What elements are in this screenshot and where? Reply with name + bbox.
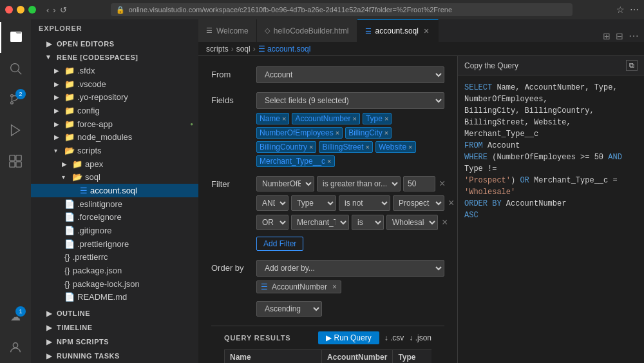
sidebar-item-gitignore[interactable]: ▶ 📄 .gitignore [31,224,198,237]
copy-query-button[interactable]: ⧉ [626,60,638,71]
remove-field-mer[interactable]: × [327,157,331,165]
order-by-select[interactable]: Add order by... [256,260,444,277]
run-query-button[interactable]: ▶ Run Query [318,331,379,344]
sidebar-item-yo[interactable]: ▶ 📁 .yo-repository [31,91,198,104]
tab-welcome[interactable]: ☰ Welcome [198,19,257,42]
window-controls[interactable] [5,6,36,14]
more-actions-icon[interactable]: ⋯ [629,30,639,42]
filter2-remove[interactable]: × [447,197,455,209]
sidebar-item-account-soql[interactable]: ▶ ☰ account.soql [31,184,198,197]
activity-salesforce[interactable]: ☁ 1 [0,301,31,332]
chevron-right-icon: ▶ [54,93,64,101]
export-json-button[interactable]: ↓ .json [409,333,431,342]
activity-run[interactable] [0,115,31,146]
query-results-section: QUERY RESULTS ▶ Run Query ↓ .csv ↓ .json… [211,326,444,363]
activity-files[interactable] [0,22,31,53]
sidebar-item-prettierignore[interactable]: ▶ 📄 .prettierignore [31,237,198,251]
file-icon: {} [64,266,70,275]
remove-field-bs[interactable]: × [366,143,370,151]
sidebar-item-package-json[interactable]: ▶ {} package.json [31,264,198,277]
activity-git[interactable]: 2 [0,84,31,115]
layout-icon[interactable]: ⊟ [616,31,623,41]
tab-close-icon[interactable]: × [422,26,430,36]
fields-select[interactable]: Select fields (9 selected) [256,92,444,109]
minimize-button[interactable] [17,6,24,14]
maximize-button[interactable] [28,6,36,14]
section-timeline[interactable]: ▶ TIMELINE [31,320,198,335]
reload[interactable]: ↺ [60,5,67,15]
remove-field-acct[interactable]: × [353,115,357,123]
chevron-icon: ▶ [46,338,57,346]
nav-forward[interactable]: › [53,5,55,15]
star-icon[interactable]: ☆ [616,5,625,15]
section-running-tasks[interactable]: ▶ RUNNING TASKS [31,349,198,363]
filter3-remove[interactable]: × [440,217,449,228]
tab-icon: ☰ [365,27,372,35]
sidebar-item-forceignore[interactable]: ▶ 📄 .forceignore [31,211,198,224]
sidebar-item-scripts[interactable]: ▾ 📂 scripts [31,144,198,157]
sidebar-item-sfdx[interactable]: ▶ 📁 .sfdx [31,64,198,77]
sidebar-item-prettierrc[interactable]: ▶ {} .prettierrc [31,251,198,264]
filter3-value[interactable]: Wholesale [386,215,438,230]
folder-open-icon: 📂 [64,146,75,155]
filter2-logic[interactable]: AND [256,195,289,211]
split-editor-icon[interactable]: ⊞ [603,31,611,41]
filter1-remove[interactable]: × [438,178,446,190]
settings-icon[interactable]: ⋯ [630,5,639,15]
section-open-editors[interactable]: ▶ OPEN EDITORS [31,37,198,51]
export-csv-button[interactable]: ↓ .csv [384,333,404,342]
sidebar-item-soql[interactable]: ▾ 📂 soql [31,171,198,184]
chevron-icon: ▶ [46,309,57,318]
col-type: Type [393,350,431,364]
activity-search[interactable] [0,53,31,84]
address-bar[interactable]: 🔒 online.visualstudio.com/workspace/c216… [111,3,573,16]
section-rene[interactable]: ▾ RENE [CODESPACES] [31,51,198,64]
filter2-value[interactable]: Prospect [393,195,444,211]
section-outline[interactable]: ▶ OUTLINE [31,306,198,320]
filter3-logic[interactable]: OR [256,215,289,230]
from-select[interactable]: Account [256,66,444,83]
remove-field-bco[interactable]: × [309,143,313,151]
sidebar-item-vscode[interactable]: ▶ 📁 .vscode [31,77,198,91]
sidebar-item-node-modules[interactable]: ▶ 📁 node_modules [31,131,198,144]
sidebar-item-eslintignore[interactable]: ▶ 📄 .eslintignore [31,197,198,211]
breadcrumb-scripts[interactable]: scripts [206,44,229,54]
nav-back[interactable]: ‹ [46,5,49,15]
filter1-value[interactable] [403,176,435,191]
chevron-down-icon: ▾ [62,173,72,181]
sidebar-item-config[interactable]: ▶ 📁 config [31,104,198,117]
filter3-field[interactable]: Merchant_Type... [291,215,349,230]
tab-account-soql[interactable]: ☰ account.soql × [357,19,439,42]
filter3-op[interactable]: is [352,215,384,230]
folder-icon: 📁 [72,159,82,169]
filter1-op[interactable]: is greater than or... [317,176,401,191]
remove-field-noe[interactable]: × [336,129,339,137]
add-filter-button[interactable]: Add Filter [256,237,303,251]
remove-field-web[interactable]: × [408,143,412,151]
order-direction-select[interactable]: Ascending Descending [256,301,322,317]
remove-field-name[interactable]: × [282,115,286,123]
tab-hello[interactable]: ◇ helloCodeBuilder.html [257,19,357,42]
remove-field-type[interactable]: × [384,115,388,123]
section-npm[interactable]: ▶ NPM SCRIPTS [31,335,198,349]
query-builder: From Account Fields Select fields (9 sel… [198,56,457,363]
sidebar-item-apex[interactable]: ▶ 📁 apex [31,157,198,171]
breadcrumb-soql[interactable]: soql [236,44,251,54]
filter1-field[interactable]: NumberOfEmploy... [256,176,314,191]
order-tag-remove[interactable]: × [332,282,337,291]
chevron-right-icon: ▶ [62,161,72,168]
folder-icon: 📁 [64,79,75,89]
filter2-op[interactable]: is not [339,195,390,211]
activity-extensions[interactable] [0,146,31,177]
close-button[interactable] [5,6,13,14]
activity-account[interactable] [0,332,31,363]
svg-point-1 [11,64,19,72]
breadcrumb-file[interactable]: ☰ account.soql [258,44,311,54]
sidebar-item-force-app[interactable]: ▶ 📁 force-app ● [31,117,198,131]
sidebar-item-package-lock[interactable]: ▶ {} package-lock.json [31,277,198,291]
remove-field-bc[interactable]: × [384,129,388,137]
fields-row: Fields Select fields (9 selected) Name ×… [211,92,444,167]
sidebar-item-readme[interactable]: ▶ 📄 README.md [31,290,198,304]
filter2-field[interactable]: Type [291,195,336,211]
chevron-down-icon: ▾ [46,53,57,61]
